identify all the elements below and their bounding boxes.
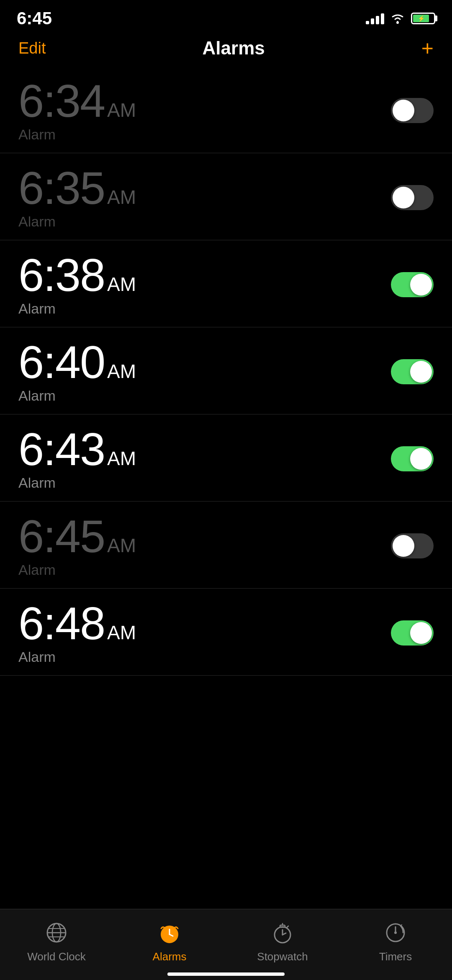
nav-bar: Edit Alarms + bbox=[0, 33, 452, 66]
alarm-label: Alarm bbox=[18, 301, 136, 317]
alarm-info: 6:45 AM Alarm bbox=[18, 513, 136, 578]
stopwatch-icon bbox=[269, 919, 296, 946]
add-alarm-button[interactable]: + bbox=[421, 38, 434, 59]
alarm-ampm: AM bbox=[107, 623, 136, 642]
alarm-info: 6:34 AM Alarm bbox=[18, 78, 136, 143]
toggle-knob bbox=[410, 361, 432, 383]
status-time: 6:45 bbox=[17, 8, 52, 28]
alarm-item-5[interactable]: 6:43 AM Alarm bbox=[0, 414, 452, 502]
alarm-item-1[interactable]: 6:34 AM Alarm bbox=[0, 66, 452, 153]
alarm-item-6[interactable]: 6:45 AM Alarm bbox=[0, 502, 452, 589]
tab-timers[interactable]: Timers bbox=[354, 919, 437, 963]
alarm-toggle-5[interactable] bbox=[391, 446, 434, 471]
tab-bar: World Clock Alarms bbox=[0, 909, 452, 980]
tab-alarms[interactable]: Alarms bbox=[128, 919, 211, 963]
toggle-knob bbox=[410, 274, 432, 296]
alarm-label: Alarm bbox=[18, 388, 136, 404]
status-icons: ⚡ bbox=[366, 13, 435, 24]
wifi-icon bbox=[390, 13, 405, 24]
alarm-ampm: AM bbox=[107, 449, 136, 468]
timers-icon bbox=[382, 919, 409, 946]
toggle-knob bbox=[393, 100, 414, 121]
alarm-ampm: AM bbox=[107, 362, 136, 381]
alarm-toggle-1[interactable] bbox=[391, 98, 434, 123]
alarm-toggle-2[interactable] bbox=[391, 185, 434, 210]
timers-label: Timers bbox=[379, 950, 412, 963]
alarm-item-4[interactable]: 6:40 AM Alarm bbox=[0, 327, 452, 414]
alarm-time: 6:43 AM bbox=[18, 426, 136, 472]
alarms-icon bbox=[156, 919, 183, 946]
page-title: Alarms bbox=[203, 38, 265, 59]
world-clock-label: World Clock bbox=[27, 950, 86, 963]
alarm-list: 6:34 AM Alarm 6:35 AM Alarm bbox=[0, 66, 452, 768]
alarm-toggle-4[interactable] bbox=[391, 359, 434, 384]
toggle-knob bbox=[410, 448, 432, 470]
alarm-label: Alarm bbox=[18, 213, 136, 230]
alarm-label: Alarm bbox=[18, 126, 136, 143]
tab-stopwatch[interactable]: Stopwatch bbox=[241, 919, 324, 963]
alarm-time: 6:40 AM bbox=[18, 339, 136, 385]
alarm-info: 6:38 AM Alarm bbox=[18, 252, 136, 317]
world-clock-icon bbox=[43, 919, 70, 946]
alarm-ampm: AM bbox=[107, 275, 136, 294]
alarm-time: 6:35 AM bbox=[18, 165, 136, 211]
svg-point-0 bbox=[396, 21, 399, 24]
alarm-time-digits: 6:35 bbox=[18, 165, 105, 211]
alarm-time-digits: 6:45 bbox=[18, 513, 105, 559]
alarm-time: 6:34 AM bbox=[18, 78, 136, 124]
alarm-ampm: AM bbox=[107, 188, 136, 207]
svg-line-15 bbox=[287, 926, 288, 928]
alarm-toggle-6[interactable] bbox=[391, 533, 434, 558]
toggle-knob bbox=[393, 535, 414, 557]
home-indicator bbox=[167, 972, 285, 976]
edit-button[interactable]: Edit bbox=[18, 39, 46, 57]
alarm-ampm: AM bbox=[107, 536, 136, 555]
tab-world-clock[interactable]: World Clock bbox=[15, 919, 98, 963]
alarm-label: Alarm bbox=[18, 562, 136, 578]
status-bar: 6:45 ⚡ bbox=[0, 0, 452, 33]
alarm-time: 6:48 AM bbox=[18, 600, 136, 646]
alarm-info: 6:48 AM Alarm bbox=[18, 600, 136, 665]
stopwatch-label: Stopwatch bbox=[257, 950, 308, 963]
alarm-item-2[interactable]: 6:35 AM Alarm bbox=[0, 153, 452, 240]
alarm-time: 6:45 AM bbox=[18, 513, 136, 559]
alarm-toggle-3[interactable] bbox=[391, 272, 434, 297]
svg-point-17 bbox=[394, 931, 397, 934]
alarm-time: 6:38 AM bbox=[18, 252, 136, 298]
alarm-label: Alarm bbox=[18, 475, 136, 491]
alarm-toggle-7[interactable] bbox=[391, 620, 434, 646]
alarm-item-3[interactable]: 6:38 AM Alarm bbox=[0, 240, 452, 327]
alarm-time-digits: 6:48 bbox=[18, 600, 105, 646]
alarm-info: 6:43 AM Alarm bbox=[18, 426, 136, 491]
alarm-time-digits: 6:40 bbox=[18, 339, 105, 385]
toggle-knob bbox=[393, 187, 414, 208]
alarm-time-digits: 6:34 bbox=[18, 78, 105, 124]
alarms-label: Alarms bbox=[153, 950, 187, 963]
toggle-knob bbox=[410, 622, 432, 644]
alarm-item-7[interactable]: 6:48 AM Alarm bbox=[0, 589, 452, 676]
alarm-label: Alarm bbox=[18, 649, 136, 665]
alarm-info: 6:40 AM Alarm bbox=[18, 339, 136, 404]
battery-icon: ⚡ bbox=[411, 13, 435, 24]
alarm-info: 6:35 AM Alarm bbox=[18, 165, 136, 230]
alarm-ampm: AM bbox=[107, 100, 136, 120]
signal-icon bbox=[366, 13, 384, 24]
alarm-time-digits: 6:38 bbox=[18, 252, 105, 298]
alarm-time-digits: 6:43 bbox=[18, 426, 105, 472]
